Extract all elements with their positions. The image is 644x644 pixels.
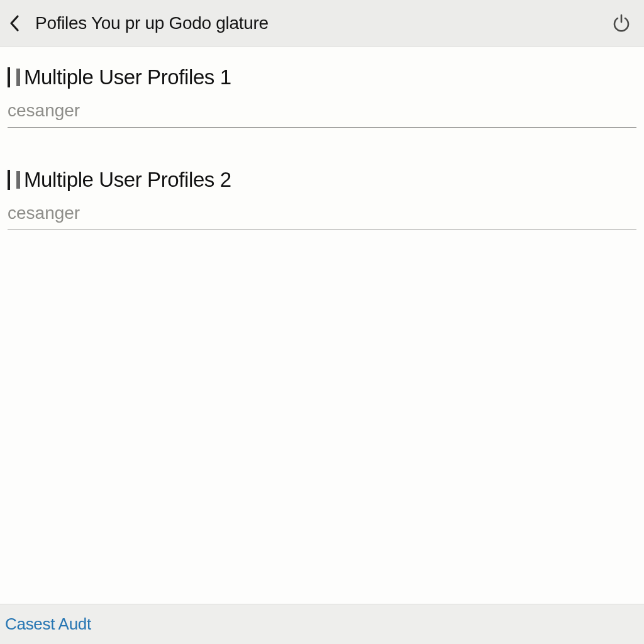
title-marker-icon (16, 171, 20, 189)
block-gap (0, 128, 644, 162)
profile-title-row: Multiple User Profiles 2 (8, 162, 636, 194)
back-button[interactable] (3, 11, 28, 36)
power-icon (611, 13, 632, 34)
content-area: Multiple User Profiles 1 Multiple User P… (0, 47, 644, 230)
title-marker-icon (16, 69, 20, 86)
power-button[interactable] (608, 9, 635, 37)
profile-input-1[interactable] (8, 92, 636, 128)
chevron-left-icon (9, 14, 21, 32)
profile-title: Multiple User Profiles 1 (24, 65, 231, 89)
profile-block-2: Multiple User Profiles 2 (0, 162, 644, 230)
profile-title-row: Multiple User Profiles 1 (8, 59, 636, 92)
footer-bar: Casest Audt (0, 604, 644, 644)
footer-link[interactable]: Casest Audt (5, 614, 91, 634)
profile-block-1: Multiple User Profiles 1 (0, 59, 644, 128)
title-marker-icon (8, 67, 10, 87)
profile-title: Multiple User Profiles 2 (24, 168, 231, 192)
header-bar: Pofiles You pr up Godo glature (0, 0, 644, 47)
title-marker-icon (8, 170, 10, 190)
profile-input-2[interactable] (8, 194, 636, 230)
page-title: Pofiles You pr up Godo glature (28, 13, 608, 33)
